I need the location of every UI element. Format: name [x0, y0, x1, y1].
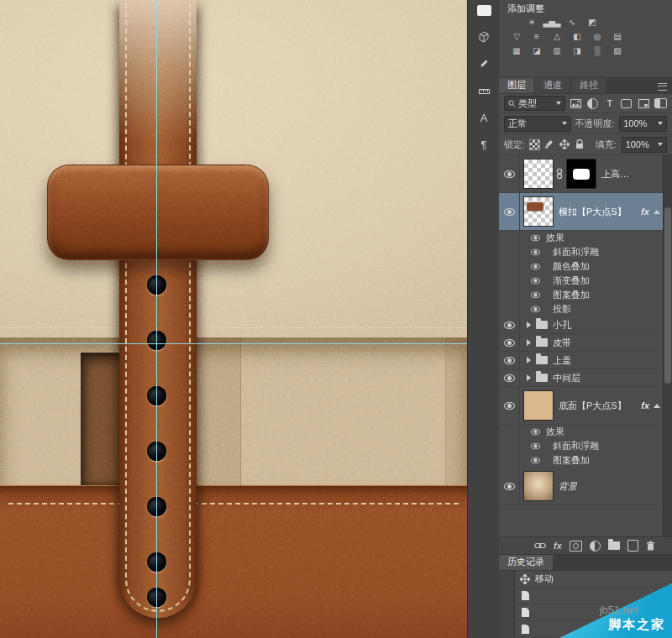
new-layer-icon[interactable]	[627, 540, 638, 552]
eye-icon[interactable]	[531, 292, 540, 299]
filter-kind-dropdown[interactable]: 类型	[504, 96, 565, 111]
fill-dropdown[interactable]: 100%	[622, 137, 667, 153]
link-layers-icon[interactable]	[534, 542, 546, 549]
visibility-cell[interactable]	[499, 468, 520, 505]
visibility-cell[interactable]	[499, 352, 520, 369]
brightness-contrast-icon[interactable]: ☀	[522, 16, 540, 29]
layer-style-icon[interactable]: fx	[554, 541, 562, 551]
layer-row-background[interactable]: 背景	[499, 468, 672, 505]
channel-mixer-icon[interactable]: ▤	[608, 30, 626, 43]
delete-layer-icon[interactable]	[646, 541, 655, 551]
effects-header-row[interactable]: 效果	[499, 231, 672, 245]
gradient-map-icon[interactable]: ▒	[588, 44, 606, 57]
tab-channels[interactable]: 通道	[535, 78, 571, 93]
cube-panel-icon[interactable]	[475, 29, 492, 44]
eye-icon[interactable]	[504, 208, 515, 216]
black-white-icon[interactable]: ◧	[568, 30, 585, 43]
pixel-filter-icon[interactable]	[570, 97, 582, 109]
collapse-effects-icon[interactable]	[654, 210, 660, 214]
panel-dock-icon[interactable]	[475, 3, 492, 18]
tab-history[interactable]: 历史记录	[499, 555, 553, 570]
group-name[interactable]: 上盖	[553, 354, 571, 367]
layer-name[interactable]: 横扣【P大点S】	[559, 206, 627, 218]
eye-icon[interactable]	[531, 306, 540, 313]
vibrance-icon[interactable]: ▽	[507, 30, 525, 43]
history-source-cell[interactable]	[499, 571, 515, 587]
tab-layers[interactable]: 图层	[499, 78, 535, 93]
group-row-middle[interactable]: 中间层	[499, 369, 672, 387]
tab-paths[interactable]: 路径	[571, 78, 607, 93]
history-source-cell[interactable]	[499, 604, 515, 620]
opacity-dropdown[interactable]: 100%	[619, 116, 667, 132]
group-name[interactable]: 中间层	[553, 372, 580, 384]
eye-icon[interactable]	[531, 458, 540, 464]
fx-badge[interactable]: fx	[641, 400, 649, 411]
layer-thumbnail[interactable]	[523, 159, 554, 189]
eye-icon[interactable]	[531, 235, 540, 242]
eye-icon[interactable]	[531, 249, 540, 256]
eye-icon[interactable]	[504, 374, 515, 382]
history-row-move[interactable]: 移动	[499, 571, 672, 588]
effect-row-gradient-overlay[interactable]: 渐变叠加	[499, 274, 672, 288]
effect-row-drop-shadow[interactable]: 投影	[499, 302, 672, 316]
new-group-icon[interactable]	[608, 541, 620, 550]
layer-mask-thumbnail[interactable]	[566, 159, 596, 189]
eye-icon[interactable]	[531, 264, 540, 270]
lock-transparency-icon[interactable]	[528, 139, 540, 150]
disclosure-icon[interactable]	[527, 322, 531, 328]
disclosure-icon[interactable]	[527, 374, 531, 381]
eye-icon[interactable]	[531, 429, 540, 436]
effects-header-row[interactable]: 效果	[499, 425, 672, 439]
document-canvas[interactable]	[0, 0, 467, 638]
guide-vertical[interactable]	[156, 0, 157, 638]
adjustment-filter-icon[interactable]	[586, 97, 599, 109]
blend-mode-dropdown[interactable]: 正常	[504, 116, 571, 132]
color-lookup-icon[interactable]: ▦	[507, 44, 525, 57]
guide-horizontal[interactable]	[0, 343, 467, 344]
group-row-cover[interactable]: 上盖	[499, 352, 672, 369]
eyedropper-panel-icon[interactable]	[475, 56, 492, 71]
type-filter-icon[interactable]: T	[603, 97, 616, 109]
selective-color-icon[interactable]: ▧	[608, 44, 626, 57]
hue-saturation-icon[interactable]: ≡	[528, 30, 545, 43]
layer-name[interactable]: 上高…	[601, 168, 629, 180]
layers-scrollbar[interactable]	[663, 155, 672, 536]
measure-panel-icon[interactable]	[475, 83, 492, 98]
eye-icon[interactable]	[504, 322, 515, 329]
panel-menu-icon[interactable]	[658, 83, 667, 91]
effect-row-pattern-overlay[interactable]: 图案叠加	[499, 288, 672, 302]
lock-position-icon[interactable]	[559, 139, 570, 150]
layer-row-bottom-face[interactable]: 底面【P大点S】 fx	[499, 387, 672, 425]
eye-icon[interactable]	[504, 483, 515, 490]
new-adjustment-icon[interactable]	[590, 541, 601, 552]
scrollbar-thumb[interactable]	[664, 207, 671, 384]
layer-thumbnail[interactable]	[523, 471, 554, 501]
eye-icon[interactable]	[531, 443, 540, 450]
invert-icon[interactable]: ◪	[528, 44, 545, 57]
visibility-cell[interactable]	[499, 369, 520, 386]
shape-filter-icon[interactable]	[620, 97, 633, 109]
posterize-icon[interactable]: ▥	[548, 44, 565, 57]
disclosure-icon[interactable]	[527, 339, 531, 346]
visibility-cell[interactable]	[499, 334, 520, 351]
visibility-cell[interactable]	[499, 193, 520, 230]
collapse-effects-icon[interactable]	[654, 404, 660, 408]
visibility-cell[interactable]	[499, 155, 520, 192]
threshold-icon[interactable]: ◨	[568, 44, 585, 57]
effect-row-color-overlay[interactable]: 颜色叠加	[499, 259, 672, 274]
photo-filter-icon[interactable]: ◎	[588, 30, 606, 43]
layer-thumbnail[interactable]	[523, 390, 554, 421]
layer-thumbnail[interactable]	[523, 196, 554, 227]
layer-name[interactable]: 背景	[559, 480, 577, 493]
layer-row-top-mask[interactable]: 上高…	[499, 155, 672, 193]
group-row-belt[interactable]: 皮带	[499, 334, 672, 352]
eye-icon[interactable]	[531, 278, 540, 285]
group-name[interactable]: 皮带	[553, 337, 571, 349]
filtering-toggle-icon[interactable]	[654, 98, 667, 108]
effect-row-bevel[interactable]: 斜面和浮雕	[499, 439, 672, 453]
effect-row-pattern-overlay[interactable]: 图案叠加	[499, 453, 672, 468]
fx-badge[interactable]: fx	[641, 207, 649, 217]
eye-icon[interactable]	[504, 170, 515, 178]
history-source-cell[interactable]	[499, 588, 515, 604]
character-panel-icon[interactable]: A	[475, 110, 492, 125]
